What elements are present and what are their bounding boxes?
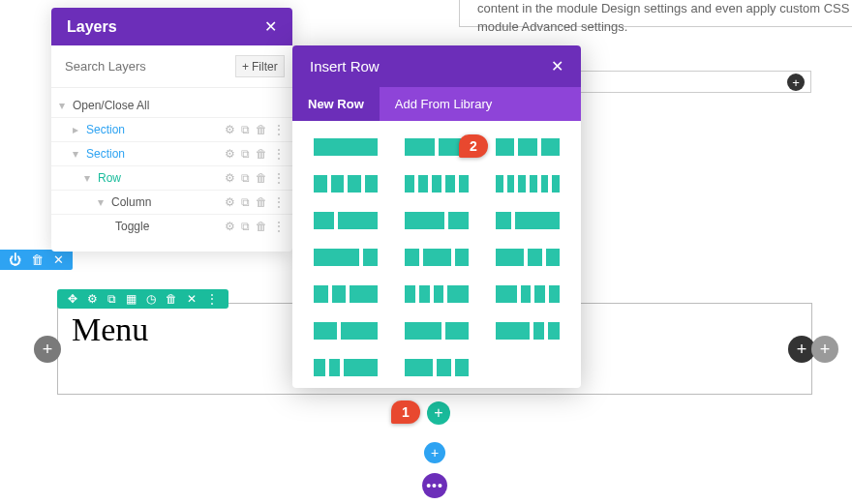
columns-icon[interactable]: ▦: [121, 292, 141, 306]
page-settings-button[interactable]: •••: [422, 473, 447, 498]
layout-3-5[interactable]: [314, 322, 378, 340]
layers-search-bar: +Filter: [51, 45, 292, 88]
page-toolbar: ⏻ 🗑 ✕: [0, 250, 73, 270]
duplicate-icon[interactable]: ⧉: [241, 147, 250, 161]
layout-1-4[interactable]: [405, 285, 469, 303]
layer-column[interactable]: ▾ Column ⚙⧉🗑⋮: [51, 191, 292, 215]
layout-1-2-1[interactable]: [405, 249, 469, 266]
caret-right-icon: ▸: [73, 123, 82, 136]
power-icon[interactable]: ⏻: [4, 252, 26, 267]
gear-icon[interactable]: ⚙: [82, 292, 103, 306]
row-layout-grid: [292, 121, 581, 388]
duplicate-icon[interactable]: ⧉: [241, 171, 250, 185]
open-close-label: Open/Close All: [73, 99, 285, 112]
layout-1-1-3[interactable]: [314, 359, 378, 376]
trash-icon[interactable]: 🗑: [256, 123, 267, 136]
add-row-button[interactable]: +: [427, 401, 450, 425]
layer-label: Section: [86, 147, 225, 161]
trash-icon[interactable]: 🗑: [256, 171, 267, 185]
duplicate-icon[interactable]: ⧉: [241, 123, 250, 136]
insert-row-panel: Insert Row ✕ New Row Add From Library: [292, 45, 581, 388]
layout-1-2[interactable]: [314, 212, 378, 229]
trash-icon[interactable]: 🗑: [256, 147, 267, 161]
insert-row-header: Insert Row ✕: [292, 45, 581, 87]
add-section-right-button[interactable]: +: [811, 336, 838, 363]
gear-icon[interactable]: ⚙: [225, 123, 235, 136]
layout-3-1[interactable]: [314, 249, 378, 266]
layers-header: Layers ✕: [51, 8, 292, 45]
gear-icon[interactable]: ⚙: [225, 195, 235, 209]
gear-icon[interactable]: ⚙: [225, 147, 235, 161]
close-icon[interactable]: ✕: [551, 57, 563, 75]
insert-row-title: Insert Row: [310, 58, 380, 74]
layout-4-1[interactable]: [496, 285, 560, 303]
layout-2-1-narrow[interactable]: [496, 322, 560, 340]
layer-label: Column: [111, 195, 225, 209]
trash-icon[interactable]: 🗑: [161, 292, 182, 306]
clock-icon[interactable]: ◷: [141, 292, 161, 306]
layers-panel: Layers ✕ +Filter ▾ Open/Close All ▸ Sect…: [51, 8, 292, 252]
caret-down-icon: ▾: [98, 195, 107, 209]
layout-5-3[interactable]: [405, 322, 469, 340]
search-input[interactable]: [61, 55, 231, 77]
layers-title: Layers: [67, 18, 117, 36]
tab-add-from-library[interactable]: Add From Library: [380, 87, 507, 121]
more-icon[interactable]: ⋮: [201, 292, 223, 306]
filter-plus-icon: +: [242, 60, 249, 74]
layout-6col[interactable]: [496, 175, 560, 193]
caret-down-icon: ▾: [84, 171, 94, 185]
annotation-1: 1: [391, 400, 420, 424]
layout-3-2-narrow[interactable]: [405, 359, 469, 376]
move-icon[interactable]: ✥: [63, 292, 82, 306]
layer-toggle[interactable]: Toggle ⚙⧉🗑⋮: [51, 215, 292, 238]
duplicate-icon[interactable]: ⧉: [103, 292, 121, 306]
layer-label: Section: [86, 123, 225, 136]
layout-4col[interactable]: [314, 175, 378, 193]
caret-down-icon: ▾: [73, 147, 82, 161]
close-icon[interactable]: ✕: [182, 292, 201, 306]
duplicate-icon[interactable]: ⧉: [241, 220, 250, 233]
more-icon[interactable]: ⋮: [273, 220, 285, 233]
more-icon[interactable]: ⋮: [273, 147, 285, 161]
add-section-button[interactable]: +: [424, 442, 445, 463]
annotation-2: 2: [459, 134, 488, 158]
duplicate-icon[interactable]: ⧉: [241, 195, 250, 209]
filter-button[interactable]: +Filter: [235, 55, 285, 77]
layer-row[interactable]: ▾ Row ⚙⧉🗑⋮: [51, 166, 292, 191]
insert-row-tabs: New Row Add From Library: [292, 87, 581, 121]
filter-label: Filter: [252, 60, 278, 74]
more-icon[interactable]: ⋮: [273, 123, 285, 136]
close-icon[interactable]: ✕: [264, 17, 277, 36]
add-module-button[interactable]: +: [787, 74, 805, 91]
tab-new-row[interactable]: New Row: [292, 87, 380, 121]
trash-icon[interactable]: 🗑: [256, 195, 267, 209]
layer-section-1[interactable]: ▸ Section ⚙⧉🗑⋮: [51, 118, 292, 142]
layout-2-1-1[interactable]: [496, 249, 560, 266]
layout-2-1[interactable]: [405, 212, 469, 229]
layer-label: Row: [98, 171, 225, 185]
more-icon[interactable]: ⋮: [273, 195, 285, 209]
trash-icon[interactable]: 🗑: [256, 220, 267, 233]
layout-5col[interactable]: [405, 175, 469, 193]
layer-label: Toggle: [115, 220, 225, 233]
module-description: content in the module Design settings an…: [459, 0, 852, 27]
gear-icon[interactable]: ⚙: [225, 220, 235, 233]
trash-icon[interactable]: 🗑: [26, 252, 48, 267]
add-section-left-button[interactable]: +: [34, 336, 61, 363]
caret-down-icon: ▾: [59, 99, 69, 112]
layout-1col[interactable]: [314, 138, 378, 156]
layout-1-1-2[interactable]: [314, 285, 378, 303]
close-icon[interactable]: ✕: [48, 252, 69, 267]
layers-tree: ▾ Open/Close All ▸ Section ⚙⧉🗑⋮ ▾ Sectio…: [51, 88, 292, 252]
layout-blank: [496, 359, 560, 376]
layout-1-3[interactable]: [496, 212, 560, 229]
more-icon[interactable]: ⋮: [273, 171, 285, 185]
section-toolbar: ✥ ⚙ ⧉ ▦ ◷ 🗑 ✕ ⋮: [57, 289, 228, 309]
gear-icon[interactable]: ⚙: [225, 171, 235, 185]
layout-3col[interactable]: [496, 138, 560, 156]
layer-section-2[interactable]: ▾ Section ⚙⧉🗑⋮: [51, 142, 292, 166]
open-close-all[interactable]: ▾ Open/Close All: [51, 94, 292, 118]
